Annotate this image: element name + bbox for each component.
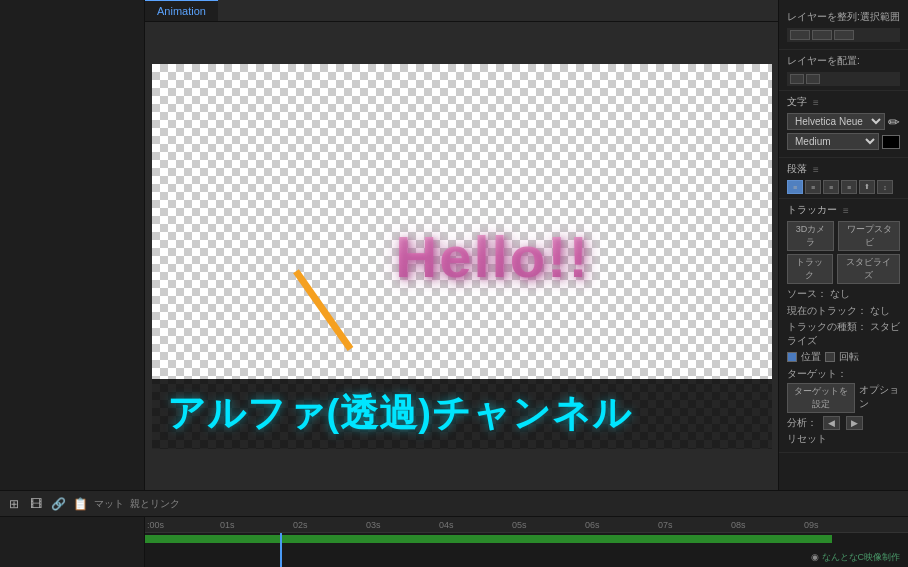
- align-center-btn[interactable]: ≡: [805, 180, 821, 194]
- source-value: なし: [830, 288, 850, 299]
- watermark-label: なんとなC映像制作: [822, 552, 901, 562]
- layer-place-row: レイヤーを配置:: [787, 54, 900, 68]
- current-track-row: 現在のトラック： なし: [787, 304, 900, 318]
- tracker-camera-row: 3Dカメラ ワープスタビ: [787, 221, 900, 251]
- ruler-mark-2: 02s: [293, 520, 308, 530]
- text-section: 文字 ≡ Helvetica Neue ✏ Medium: [779, 91, 908, 158]
- ruler-mark-4: 04s: [439, 520, 454, 530]
- jp-overlay: アルファ(透過)チャンネル: [152, 379, 772, 449]
- layer-place-label: レイヤーを配置:: [787, 54, 860, 68]
- camera-3d-btn[interactable]: 3Dカメラ: [787, 221, 834, 251]
- watermark-text: ◉ なんとなC映像制作: [811, 551, 900, 564]
- source-row: ソース： なし: [787, 287, 900, 301]
- stabilize-btn[interactable]: スタビライズ: [837, 254, 900, 284]
- ruler-mark-3: 03s: [366, 520, 381, 530]
- align-middle-btn[interactable]: ↕: [877, 180, 893, 194]
- tab-animation[interactable]: Animation: [145, 0, 218, 21]
- ruler-mark-6: 06s: [585, 520, 600, 530]
- ruler-mark-7: 07s: [658, 520, 673, 530]
- timeline-green-bar: [145, 535, 832, 543]
- tab-bar: Animation: [145, 0, 778, 22]
- timeline-label-right: 親とリンク: [130, 497, 180, 511]
- ruler-mark-9: 09s: [804, 520, 819, 530]
- app-container: Animation Hello!! アルファ(透過)チャンネル: [0, 0, 908, 567]
- timeline-controls: ⊞ 🎞 🔗 📋 マット 親とリンク: [0, 491, 908, 517]
- place-btn2[interactable]: [806, 74, 820, 84]
- timeline-label-left: マット: [94, 497, 124, 511]
- align-right-btn[interactable]: ≡: [823, 180, 839, 194]
- place-btn1[interactable]: [790, 74, 804, 84]
- tracker-label: トラッカー: [787, 203, 837, 217]
- right-panel: レイヤーを整列: 選択範囲 レイヤーを配置:: [778, 0, 908, 490]
- layer-place-section: レイヤーを配置:: [779, 50, 908, 91]
- align-left-btn[interactable]: ≡: [787, 180, 803, 194]
- current-track-value: なし: [870, 305, 890, 316]
- text-section-title: 文字 ≡: [787, 95, 900, 109]
- left-panel: [0, 0, 145, 490]
- timeline-tracks: [145, 533, 908, 567]
- position-label: 位置: [801, 350, 821, 364]
- analyze-label: 分析：: [787, 416, 817, 430]
- timeline-icon3[interactable]: 🔗: [50, 496, 66, 512]
- analyze-back-btn[interactable]: ◀: [823, 416, 840, 430]
- track-type-label: トラックの種類：: [787, 321, 867, 332]
- checkbox-row: 位置 回転: [787, 350, 900, 364]
- reset-row: リセット: [787, 432, 900, 446]
- canvas-wrapper: Hello!! アルファ(透過)チャンネル: [145, 22, 778, 490]
- tracker-section: トラッカー ≡ 3Dカメラ ワープスタビ トラック スタビライズ ソース： なし…: [779, 199, 908, 453]
- arrange-btn3[interactable]: [834, 30, 854, 40]
- timeline-area: :00s 01s 02s 03s 04s 05s 06s 07s 08s 09s…: [0, 517, 908, 567]
- jp-overlay-text: アルファ(透過)チャンネル: [167, 388, 632, 439]
- layer-arrange-section: レイヤーを整列: 選択範囲: [779, 6, 908, 50]
- center-area: Animation Hello!! アルファ(透過)チャンネル: [145, 0, 778, 490]
- font-dropdown[interactable]: Helvetica Neue: [787, 113, 885, 130]
- rotation-checkbox[interactable]: [825, 352, 835, 362]
- set-target-row: ターゲットを設定 オプション: [787, 383, 900, 413]
- bottom-section: ⊞ 🎞 🔗 📋 マット 親とリンク :00s 01s 02s 03s 04s 0…: [0, 490, 908, 567]
- timeline-icon4[interactable]: 📋: [72, 496, 88, 512]
- reset-label: リセット: [787, 432, 827, 446]
- track-btn[interactable]: トラック: [787, 254, 833, 284]
- ruler-mark-1: 01s: [220, 520, 235, 530]
- arrange-btn2[interactable]: [812, 30, 832, 40]
- tab-animation-label: Animation: [157, 5, 206, 17]
- hello-text: Hello!!: [395, 223, 589, 290]
- track-type-row: トラックの種類： スタビライズ: [787, 320, 900, 348]
- pen-icon: ✏: [888, 114, 900, 130]
- arrange-btn1[interactable]: [790, 30, 810, 40]
- timeline-ruler: :00s 01s 02s 03s 04s 05s 06s 07s 08s 09s: [145, 517, 908, 533]
- current-track-label: 現在のトラック：: [787, 305, 867, 316]
- analyze-fwd-btn[interactable]: ▶: [846, 416, 863, 430]
- font-weight-dropdown[interactable]: Medium: [787, 133, 879, 150]
- watermark-prefix: ◉: [811, 552, 819, 562]
- text-divider-icon: ≡: [813, 97, 819, 108]
- set-target-btn[interactable]: ターゲットを設定: [787, 383, 855, 413]
- color-swatch[interactable]: [882, 135, 900, 149]
- timeline-icon2[interactable]: 🎞: [28, 496, 44, 512]
- ruler-mark-5: 05s: [512, 520, 527, 530]
- top-section: Animation Hello!! アルファ(透過)チャンネル: [0, 0, 908, 490]
- align-justify-btn[interactable]: ≡: [841, 180, 857, 194]
- paragraph-title: 段落 ≡: [787, 162, 900, 176]
- layer-arrange-label: レイヤーを整列:: [787, 10, 860, 24]
- timeline-right-panel: :00s 01s 02s 03s 04s 05s 06s 07s 08s 09s…: [145, 517, 908, 567]
- tracker-divider-icon: ≡: [843, 205, 849, 216]
- rotation-label: 回転: [839, 350, 859, 364]
- ruler-mark-8: 08s: [731, 520, 746, 530]
- set-target-value: オプション: [859, 383, 900, 413]
- select-label: 選択範囲: [860, 10, 900, 24]
- layer-arrange-row: レイヤーを整列: 選択範囲: [787, 10, 900, 24]
- target-label: ターゲット：: [787, 368, 847, 379]
- warp-stab-btn[interactable]: ワープスタビ: [838, 221, 900, 251]
- canvas-area: Hello!! アルファ(透過)チャンネル: [152, 64, 772, 449]
- align-icons-group: ≡ ≡ ≡ ≡ ⬆ ↕: [787, 180, 900, 194]
- timeline-icon1[interactable]: ⊞: [6, 496, 22, 512]
- target-row: ターゲット：: [787, 367, 900, 381]
- timeline-playhead[interactable]: [280, 533, 282, 567]
- tracker-track-row: トラック スタビライズ: [787, 254, 900, 284]
- position-checkbox[interactable]: [787, 352, 797, 362]
- paragraph-divider-icon: ≡: [813, 164, 819, 175]
- align-top-btn[interactable]: ⬆: [859, 180, 875, 194]
- paragraph-label: 段落: [787, 162, 807, 176]
- text-section-label: 文字: [787, 95, 807, 109]
